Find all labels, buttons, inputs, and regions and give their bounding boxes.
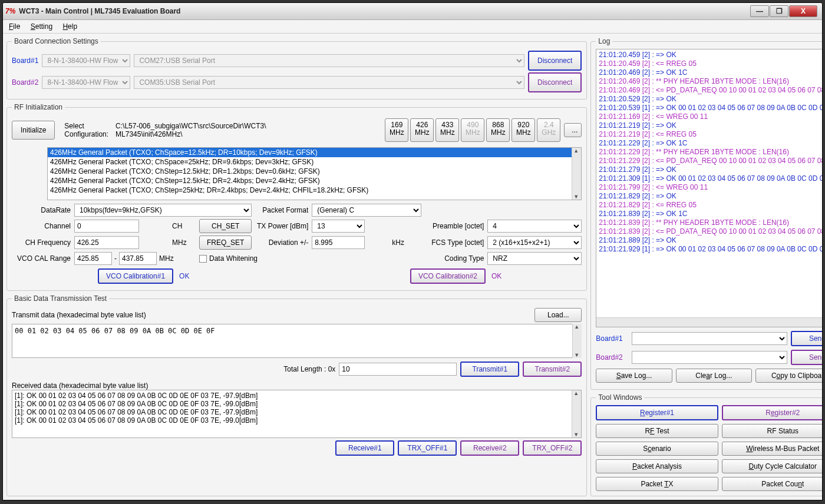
vco-high-input[interactable] [119, 252, 157, 265]
scenario-button[interactable]: Scenario [596, 442, 718, 456]
data-whitening-label: Data Whitening [209, 254, 258, 263]
wmbus-button[interactable]: Wireless M-Bus Packet [722, 442, 823, 456]
board2-port-select[interactable]: COM35:USB Serial Port [134, 76, 524, 89]
config-list-item[interactable]: 426MHz General Packet (TCXO; ChSpace=12.… [48, 148, 581, 157]
minimize-button[interactable]: — [750, 5, 769, 17]
close-button[interactable]: X [789, 5, 817, 17]
rx-line: [1]: OK 00 01 02 03 04 05 06 07 08 09 0A… [15, 400, 579, 408]
window-title: WCT3 - Main Control | ML7345 Evaluation … [19, 7, 180, 15]
save-log-button[interactable]: Save Log... [596, 369, 672, 383]
dev-label: Deviation +/- [255, 238, 308, 247]
txdata-textarea[interactable] [12, 324, 582, 358]
register2-button[interactable]: Register#2 [722, 405, 823, 420]
log-line: 21:01:21.829 [2] : => OK [599, 192, 823, 201]
config-list-item[interactable]: 426MHz General Packet (TCXO; ChStep=12.5… [48, 176, 581, 185]
log-line: 21:01:21.839 [2] : ** PHY HEADER 1BYTE M… [599, 218, 823, 227]
rxdata-scrollbar[interactable] [572, 390, 581, 437]
config-list-item[interactable]: 426MHz General Packet (TCXO; ChSpace=25k… [48, 157, 581, 167]
board2-disconnect-button[interactable]: Disconnect [528, 72, 582, 92]
tools-legend: Tool Windows [596, 393, 644, 402]
menu-file[interactable]: File [9, 22, 20, 31]
log-b2-send-button[interactable]: Send [791, 350, 823, 365]
log-line: 21:01:21.839 [2] : <= PD_DATA_REQ 00 10 … [599, 227, 823, 236]
trxoff1-button[interactable]: TRX_OFF#1 [398, 440, 457, 456]
clear-log-button[interactable]: Clear Log... [676, 369, 752, 383]
menu-setting[interactable]: Setting [31, 22, 52, 31]
load-button[interactable]: Load... [534, 308, 582, 322]
tx-test-fieldset: Basic Data Transmission Test Transmit da… [6, 294, 587, 496]
receive1-button[interactable]: Receive#1 [335, 440, 394, 456]
channel-label: Channel [12, 222, 71, 230]
log-line: 21:01:21.219 [2] : <= RREG 05 [599, 130, 823, 139]
initialize-button[interactable]: Initialize [12, 121, 55, 140]
menu-help[interactable]: Help [62, 22, 77, 31]
pkta-button[interactable]: Packet Analysis [596, 459, 718, 473]
log-b1-select[interactable] [632, 332, 787, 345]
coding-select[interactable]: NRZ [487, 252, 582, 265]
vco-cal2-button[interactable]: VCO Calibration#2 [410, 268, 486, 284]
freq-169-button[interactable]: 169MHz [385, 118, 408, 142]
trxoff2-button[interactable]: TRX_OFF#2 [523, 440, 582, 456]
log-b1-send-button[interactable]: Send [791, 331, 823, 346]
log-line: 21:01:21.309 [1] : => OK 00 01 02 03 04 … [599, 174, 823, 183]
freq-433-button[interactable]: 433MHz [435, 118, 459, 142]
log-line: 21:01:21.839 [2] : => OK 1C [599, 210, 823, 218]
freq-920-button[interactable]: 920MHz [512, 118, 535, 142]
vco-cal1-status: OK [179, 272, 189, 280]
chset-button[interactable]: CH_SET [199, 219, 252, 233]
board1-disconnect-button[interactable]: Disconnect [528, 51, 582, 71]
channel-input[interactable] [74, 220, 139, 233]
txpow-select[interactable]: 13 [312, 220, 365, 233]
config-list-item[interactable]: 426MHz General Packet (TCXO; ChStep=12.5… [48, 167, 581, 176]
data-whitening-checkbox[interactable] [199, 255, 207, 263]
vco-low-input[interactable] [74, 252, 112, 265]
board1-port-select[interactable]: COM27:USB Serial Port [134, 54, 524, 67]
datarate-select[interactable]: 10kbps(fdev=9kHz,GFSK) [74, 204, 252, 217]
rfstatus-button[interactable]: RF Status [722, 424, 823, 438]
transmit1-button[interactable]: Transmit#1 [460, 362, 519, 377]
log-line: 21:01:21.229 [2] : ** PHY HEADER 1BYTE M… [599, 148, 823, 157]
freq-2.4-button: 2.4GHz [537, 118, 560, 142]
config-listbox[interactable]: 426MHz General Packet (TCXO; ChSpace=12.… [47, 147, 582, 200]
receive2-button[interactable]: Receive#2 [460, 440, 519, 456]
vco-cal1-button[interactable]: VCO Calibration#1 [98, 268, 173, 284]
pktfmt-select[interactable]: (General) C [312, 204, 421, 217]
register1-button[interactable]: Register#1 [596, 405, 718, 420]
freq-490-button: 490MHz [461, 118, 484, 142]
transmit2-button[interactable]: Transmit#2 [523, 362, 582, 377]
log-b2-select[interactable] [632, 351, 787, 364]
log-line: 21:01:21.229 [2] : <= PD_DATA_REQ 00 10 … [599, 157, 823, 165]
config-list-item[interactable]: 426MHz General Packet (TCXO; ChStep=25kH… [48, 185, 581, 195]
copy-log-button[interactable]: Copy to Clipboard [755, 369, 823, 383]
freqset-button[interactable]: FREQ_SET [199, 236, 252, 250]
app-window: 7% WCT3 - Main Control | ML7345 Evaluati… [2, 2, 823, 500]
duty-button[interactable]: Duty Cycle Calculator [722, 459, 823, 473]
khz-unit: kHz [392, 238, 421, 247]
fcs-select[interactable]: 2 (x16+x15+x2+1) [487, 236, 582, 249]
browse-button[interactable]: ... [564, 123, 582, 137]
log-box: 21:01:20.459 [2] : => OK21:01:20.459 [2]… [596, 49, 823, 327]
chfreq-input[interactable] [74, 236, 139, 249]
freq-426-button[interactable]: 426MHz [410, 118, 434, 142]
pktfmt-label: Packet Format [255, 206, 308, 214]
maximize-button[interactable]: ❐ [770, 5, 788, 17]
rftest-button[interactable]: RF Test [596, 424, 718, 438]
log-line: 21:01:20.539 [1] : => OK 00 01 02 03 04 … [599, 104, 823, 112]
pktcount-button[interactable]: Packet Count [722, 477, 823, 491]
dev-input[interactable] [312, 236, 365, 249]
board1-config-select[interactable]: 8-N-1-38400-HW Flow [42, 54, 130, 67]
log-hscrollbar[interactable] [596, 317, 823, 327]
board2-config-select[interactable]: 8-N-1-38400-HW Flow [42, 76, 130, 89]
listbox-scrollbar[interactable] [572, 148, 581, 200]
rx-line: [1]: OK 00 01 02 03 04 05 06 07 08 09 0A… [15, 416, 579, 425]
log-line: 21:01:20.469 [2] : => OK 1C [599, 68, 823, 77]
log-b2-label: Board#2 [596, 353, 628, 362]
log-line: 21:01:21.929 [1] : => OK 00 01 02 03 04 … [599, 245, 823, 254]
pkttx-button[interactable]: Packet TX [596, 477, 718, 491]
log-line: 21:01:21.169 [2] : <= WREG 00 11 [599, 112, 823, 121]
totlen-input[interactable] [339, 363, 457, 376]
freq-868-button[interactable]: 868MHz [486, 118, 510, 142]
log-line: 21:01:21.279 [2] : => OK [599, 165, 823, 174]
preamble-select[interactable]: 4 [487, 220, 582, 233]
txdata-scrollbar[interactable] [572, 324, 582, 358]
